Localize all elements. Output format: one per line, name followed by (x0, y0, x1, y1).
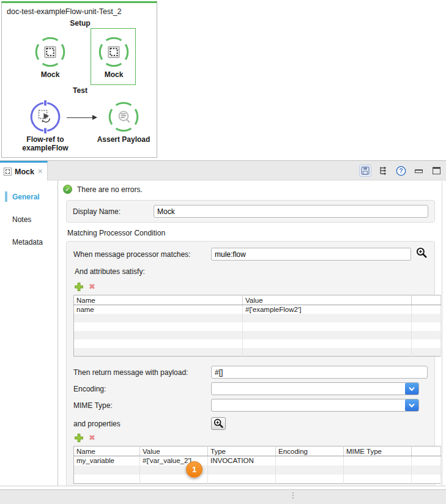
svg-text:?: ? (399, 168, 403, 174)
encoding-value (212, 383, 405, 395)
sidebar-item-metadata[interactable]: Metadata (0, 236, 58, 248)
payload-input[interactable] (211, 366, 428, 379)
encoding-label: Encoding: (73, 385, 211, 393)
flow-ref-icon (28, 100, 62, 134)
table-row[interactable]: my_variable #['var_value_2'] INVOCATION (74, 456, 441, 465)
cell-type: INVOCATION (208, 456, 276, 465)
table-row-empty (74, 348, 441, 357)
tab-mock[interactable]: Mock ✕ (0, 161, 48, 180)
view-toolbar: ? (359, 163, 442, 178)
node-mock-2[interactable]: Mock (94, 35, 133, 79)
chevron-down-icon[interactable] (405, 399, 418, 411)
cell-encoding (276, 456, 344, 465)
table-row-empty (74, 331, 441, 339)
display-name-label: Display Name: (73, 207, 154, 216)
minimize-icon (415, 169, 423, 173)
column-header: Encoding (276, 447, 344, 456)
column-header (412, 295, 441, 305)
sash-handle[interactable] (292, 492, 294, 498)
attributes-table-toolbar: ✖ (75, 281, 428, 292)
mock-icon (97, 35, 131, 69)
table-row-empty (74, 475, 441, 484)
table-header-row: Name Value (74, 295, 441, 305)
cell-value: #['exampleFlow2'] (243, 305, 412, 314)
column-header: MIME Type (344, 447, 412, 456)
status-message: There are no errors. (77, 185, 143, 194)
column-header: Value (140, 447, 208, 456)
properties-tab-bar: Mock ✕ ? (0, 160, 446, 180)
connector-arrow (67, 117, 96, 118)
zoom-button[interactable] (416, 247, 428, 261)
node-label-line1: Flow-ref to (26, 135, 64, 144)
sidebar-item-notes[interactable]: Notes (0, 213, 58, 226)
attributes-table: Name Value name #['exampleFlow2'] (73, 295, 441, 357)
mime-type-value (212, 399, 405, 411)
mime-type-select[interactable] (211, 399, 419, 412)
save-button[interactable] (359, 165, 371, 177)
flow-title: doc-test-exampleFlow-unit-Test_2 (7, 7, 122, 16)
status-bar (0, 489, 446, 504)
tree-icon (378, 166, 388, 176)
add-row-icon[interactable] (75, 283, 83, 291)
properties-zoom-button[interactable] (211, 417, 226, 430)
node-flow-ref[interactable]: Flow-ref toexampleFlow (17, 100, 74, 152)
and-properties-label: and properties (73, 420, 211, 428)
delete-row-icon[interactable]: ✖ (89, 283, 95, 291)
sidebar-item-general[interactable]: General (0, 191, 58, 203)
add-row-icon[interactable] (75, 434, 83, 442)
chevron-down-icon[interactable] (405, 383, 418, 395)
scrollbar-track (442, 181, 442, 486)
column-header (412, 447, 441, 456)
payload-label: Then return message with payload: (73, 368, 211, 377)
encoding-select[interactable] (211, 382, 419, 395)
minimize-button[interactable] (412, 165, 425, 177)
display-name-input[interactable] (154, 205, 428, 218)
mime-type-label: MIME Type: (73, 401, 211, 410)
section-title: Matching Processor Condition (67, 229, 446, 237)
tree-button[interactable] (377, 165, 389, 177)
table-row[interactable]: name #['exampleFlow2'] (74, 305, 441, 314)
properties-table: Name Value Type Encoding MIME Type my_va… (73, 446, 441, 484)
help-icon: ? (396, 166, 406, 176)
table-header-row: Name Value Type Encoding MIME Type (74, 447, 441, 456)
table-row-empty (74, 322, 441, 331)
panel-divider (0, 486, 446, 486)
tab-label: Mock (15, 168, 34, 176)
annotation-badge: 1 (186, 461, 203, 478)
node-label-line2: exampleFlow (22, 144, 68, 152)
table-row-empty (74, 314, 441, 322)
test-section-label: Test (2, 86, 158, 95)
magnifier-plus-icon (214, 418, 224, 429)
check-icon: ✓ (63, 185, 72, 194)
help-button[interactable]: ? (395, 165, 407, 177)
node-label: Assert Payload (97, 135, 151, 144)
node-mock-1[interactable]: Mock (31, 35, 70, 79)
magnifier-plus-icon (416, 247, 428, 259)
column-header: Name (74, 447, 140, 456)
mock-icon (33, 35, 67, 69)
when-matches-input[interactable] (211, 248, 411, 261)
display-name-group: Display Name: (66, 200, 435, 223)
column-header: Type (208, 447, 276, 456)
properties-sidebar: General Notes Metadata (0, 180, 58, 486)
save-icon (360, 166, 370, 176)
node-label: Mock (105, 70, 124, 79)
node-label: Flow-ref toexampleFlow (22, 135, 68, 152)
flow-canvas: doc-test-exampleFlow-unit-Test_2 Setup M… (1, 1, 157, 158)
mock-tab-icon (4, 168, 12, 176)
column-header: Name (74, 295, 243, 305)
close-icon[interactable]: ✕ (37, 168, 43, 176)
cell-mime (344, 456, 412, 465)
assert-payload-icon (106, 100, 141, 134)
cell-name: my_variable (74, 456, 140, 465)
properties-table-toolbar: ✖ (75, 432, 428, 443)
delete-row-icon[interactable]: ✖ (89, 434, 95, 442)
table-row-empty (74, 465, 441, 475)
matching-condition-group: When message processor matches: And attr… (66, 241, 435, 486)
status-row: ✓ There are no errors. (63, 185, 446, 194)
table-row-empty (74, 339, 441, 348)
node-assert-payload[interactable]: Assert Payload (93, 100, 154, 144)
when-matches-label: When message processor matches: (73, 250, 211, 259)
node-label: Mock (41, 70, 60, 79)
maximize-button[interactable] (430, 165, 442, 177)
